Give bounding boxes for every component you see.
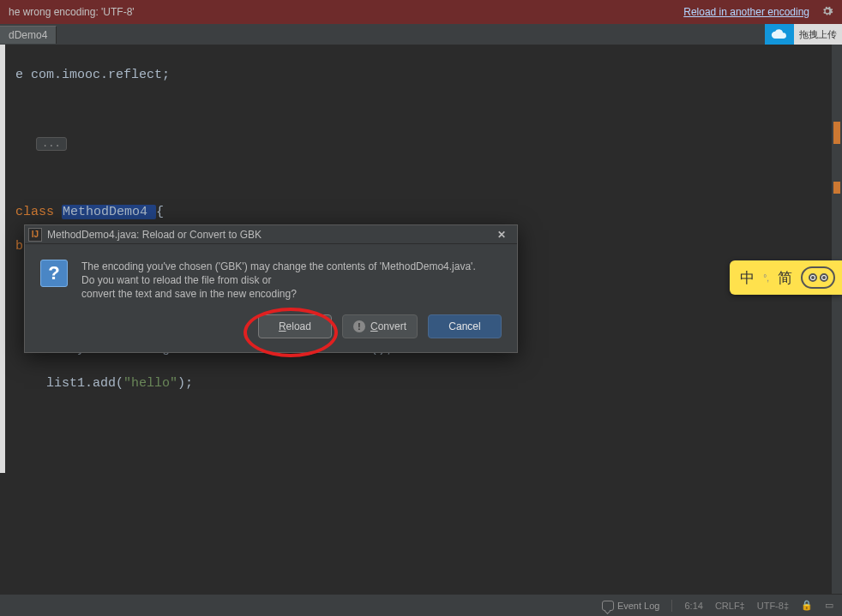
- warning-marker[interactable]: [833, 122, 840, 144]
- ime-lang[interactable]: 中: [740, 268, 755, 288]
- code-text: );: [177, 376, 193, 391]
- line-separator[interactable]: CRLF‡: [715, 601, 745, 611]
- question-icon: ?: [40, 260, 68, 287]
- code-text: e: [15, 68, 31, 82]
- status-bar: Event Log 6:14 CRLF‡ UTF-8‡ 🔒 ▭: [0, 594, 842, 616]
- gear-icon[interactable]: [821, 5, 833, 20]
- ime-sep: °,: [763, 273, 769, 283]
- app-icon: IJ: [28, 228, 42, 242]
- speech-icon: [602, 601, 614, 611]
- code-text: list1.add(: [15, 376, 123, 391]
- file-encoding[interactable]: UTF-8‡: [757, 601, 789, 611]
- encoding-warning-banner: he wrong encoding: 'UTF-8' Reload in ano…: [0, 0, 842, 24]
- close-button[interactable]: ✕: [490, 229, 514, 241]
- editor-tab-bar: dDemo4 拖拽上传: [0, 24, 842, 45]
- upload-label: 拖拽上传: [794, 24, 842, 45]
- code-text: class: [15, 205, 62, 219]
- convert-button[interactable]: !Convert: [342, 314, 418, 338]
- code-text: {: [156, 205, 164, 219]
- warn-icon: !: [353, 320, 365, 332]
- memory-indicator[interactable]: ▭: [825, 600, 833, 611]
- code-text: MethodDemo4: [62, 205, 156, 219]
- reload-button[interactable]: Reload: [258, 314, 332, 338]
- cancel-button[interactable]: Cancel: [428, 314, 502, 338]
- reload-encoding-link[interactable]: Reload in another encoding: [683, 6, 809, 18]
- cloud-upload-widget[interactable]: 拖拽上传: [765, 24, 842, 45]
- dialog-line: convert the text and save in the new enc…: [81, 287, 476, 301]
- code-text: ;: [162, 68, 170, 82]
- ime-widget[interactable]: 中 °, 简: [730, 260, 842, 295]
- warning-marker[interactable]: [833, 182, 840, 194]
- reload-convert-dialog: IJ MethodDemo4.java: Reload or Convert t…: [24, 224, 518, 353]
- editor-scrollbar[interactable]: [832, 45, 842, 594]
- code-text: com.imooc.reflect: [31, 68, 162, 82]
- fold-marker[interactable]: ...: [36, 137, 67, 151]
- cursor-position[interactable]: 6:14: [684, 601, 702, 611]
- code-text: "hello": [123, 376, 177, 391]
- dialog-title-text: MethodDemo4.java: Reload or Convert to G…: [47, 229, 262, 241]
- dialog-message: The encoding you've chosen ('GBK') may c…: [81, 260, 476, 301]
- banner-text: he wrong encoding: 'UTF-8': [9, 6, 135, 18]
- tab-methoddemo4[interactable]: dDemo4: [0, 26, 57, 44]
- cloud-icon: [765, 24, 794, 45]
- lock-icon[interactable]: 🔒: [801, 600, 813, 611]
- dialog-titlebar[interactable]: IJ MethodDemo4.java: Reload or Convert t…: [25, 225, 517, 244]
- dialog-line: The encoding you've chosen ('GBK') may c…: [81, 260, 476, 273]
- minion-icon[interactable]: [801, 266, 835, 289]
- event-log-button[interactable]: Event Log: [602, 601, 660, 611]
- dialog-line: Do you want to reload the file from disk…: [81, 273, 476, 287]
- ime-simp[interactable]: 简: [778, 268, 792, 288]
